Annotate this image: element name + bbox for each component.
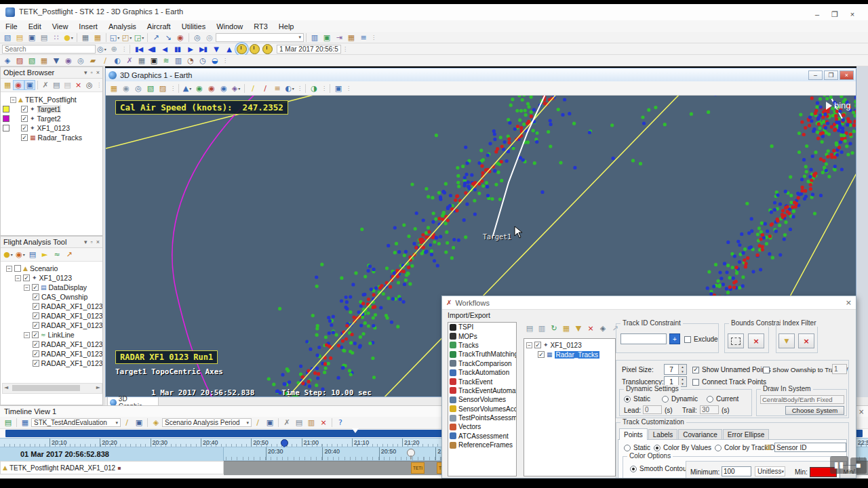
trail-input[interactable] (700, 405, 719, 414)
terrain-icon[interactable]: ▰ (87, 56, 99, 66)
overflow-icon[interactable]: ⋮ (346, 85, 351, 92)
find-object-icon[interactable]: ◎ (191, 33, 203, 43)
bounds-clear-button[interactable]: × (748, 333, 764, 348)
checkbox-checked[interactable]: ✓ (21, 134, 28, 141)
checkbox-checked[interactable]: ✓ (538, 351, 545, 358)
module-item-atcassessment[interactable]: ATCAssessment (448, 432, 516, 441)
fa-tree-item-linkline[interactable]: LinkLine (48, 331, 75, 339)
edit2-icon[interactable]: ∕ (252, 418, 264, 428)
globe-options-icon[interactable]: ◐▾ (283, 83, 296, 94)
menu-view[interactable]: View (47, 22, 74, 30)
module-item-mops[interactable]: MOPs (448, 331, 516, 340)
module-item-tspi[interactable]: TSPI (448, 323, 516, 331)
menu-analysis[interactable]: Analysis (103, 22, 142, 30)
checkbox-checked[interactable]: ✓ (32, 284, 39, 291)
module-item-sensorvolumesaccess[interactable]: SensorVolumesAccess (448, 405, 516, 413)
module-item-referenceframes[interactable]: ReferenceFrames (448, 441, 516, 449)
choose-system-button[interactable]: Choose System (785, 406, 844, 415)
delete-icon[interactable]: × (73, 80, 84, 90)
new-scenario-icon[interactable]: ▧ (1, 33, 14, 43)
tree-item-xf1_0123[interactable]: XF1_0123 (37, 124, 70, 132)
copy-item-icon[interactable]: ▥ (536, 323, 548, 333)
show-checkboxes-icon[interactable]: ▣ (24, 80, 35, 90)
data-element-icon[interactable]: ▥ (765, 443, 771, 451)
color-by-values-radio[interactable]: Color By Values (654, 444, 711, 451)
checkbox-checked[interactable]: ✓ (33, 322, 39, 329)
step-forward-icon[interactable]: ▶▮ (197, 44, 210, 54)
overflow-icon[interactable]: ⋮ (297, 85, 302, 92)
interval-icon[interactable]: ◈ (150, 418, 162, 428)
expand-icon[interactable]: − (24, 332, 30, 338)
pin-icon[interactable]: ▫ (91, 239, 93, 245)
properties-icon[interactable]: ▥ (309, 33, 321, 43)
help-icon[interactable]: ◒ (209, 56, 221, 66)
overflow-icon[interactable]: ⋮ (170, 85, 175, 92)
legend-icon[interactable]: ▦ (2, 80, 13, 90)
route-icon[interactable]: ≈ (51, 249, 63, 260)
fa-tree-item-cas_ownship[interactable]: CAS_Ownship (41, 293, 87, 301)
timeline-tool-icon[interactable]: ▦ (38, 56, 50, 66)
timeline-event-chip[interactable]: TETI (411, 462, 425, 474)
tab-labels[interactable]: Labels (648, 429, 677, 439)
time-tool-icon[interactable]: ●▾ (2, 249, 14, 260)
locate-icon[interactable]: ◎ (203, 33, 216, 43)
menu-edit[interactable]: Edit (23, 22, 47, 30)
menu-window[interactable]: Window (211, 22, 248, 30)
track-id-input[interactable] (620, 333, 667, 344)
home-view-icon[interactable]: ◉ (193, 83, 205, 94)
checkbox-checked[interactable]: ✓ (33, 312, 39, 319)
panel-close-icon[interactable]: × (96, 69, 100, 76)
add-track-id-button[interactable]: + (669, 333, 680, 344)
child-restore-button[interactable]: ❐ (824, 70, 838, 80)
fa-tree-item-radar_xf1_0123[interactable]: RADAR_XF1_0123 (41, 321, 102, 329)
cascade-window-icon[interactable]: ◲▾ (133, 33, 145, 43)
unlink-icon[interactable]: ↘ (162, 33, 174, 43)
color-wheel-icon[interactable]: ◉ (13, 80, 24, 90)
combo-combo1[interactable]: STK_TestAndEvaluation▾ (31, 418, 121, 427)
checkbox-checked[interactable]: ✓ (33, 350, 39, 357)
pencil-yellow-icon[interactable]: ∕ (247, 83, 259, 94)
fa-tree-item-radar_xf1_0123[interactable]: RADAR_XF1_0123 (41, 350, 102, 358)
toolbar-combobox[interactable]: ▾ (216, 33, 304, 42)
checkbox-checked[interactable]: ✓ (32, 331, 39, 338)
expand-icon[interactable]: − (24, 285, 30, 291)
module-item-trackevent[interactable]: TrackEvent (448, 377, 516, 386)
save-refresh-icon[interactable]: ▣ (133, 418, 145, 428)
timeline-close-icon[interactable]: × (859, 408, 864, 415)
module-item-trackcomparison[interactable]: TrackComparison (448, 359, 516, 368)
tab-points[interactable]: Points (619, 428, 648, 440)
globe-tool-icon[interactable]: ◐ (111, 56, 123, 66)
pencil-red-icon[interactable]: ∕ (259, 83, 271, 94)
faster-icon[interactable]: ▲ (222, 44, 235, 54)
clock-constraint-icon[interactable]: ◎ (75, 56, 87, 66)
maximize-button[interactable]: ❐ (827, 9, 843, 20)
console-icon[interactable]: ▣ (148, 56, 160, 66)
lead-input[interactable] (643, 405, 662, 414)
expand-icon[interactable]: − (10, 97, 16, 103)
video-pause-button[interactable]: ▮▮ (830, 456, 848, 474)
checkbox-checked[interactable]: ✓ (33, 360, 39, 367)
overflow-icon[interactable]: ⋮ (321, 85, 326, 92)
cut-icon[interactable]: ✗ (40, 80, 51, 90)
new-item-icon[interactable]: ▤ (524, 323, 536, 333)
tab-covariance[interactable]: Covariance (678, 429, 722, 439)
menu-help[interactable]: Help (273, 22, 300, 30)
paste-icon[interactable]: ▤ (62, 80, 73, 90)
index-filter-clear-button[interactable]: × (798, 333, 814, 348)
import-export-menu[interactable]: Import/Export (448, 311, 490, 319)
timeline-page-icon[interactable]: ▤ (2, 418, 14, 428)
current-radio[interactable]: Current (707, 395, 738, 403)
overflow-icon[interactable]: ⋮ (222, 58, 227, 64)
vector-geometry-icon[interactable]: ▧ (26, 56, 38, 66)
gauge-tool-icon[interactable]: ◉▾ (14, 249, 26, 260)
delete-icon[interactable]: × (585, 323, 597, 333)
reset-icon[interactable]: ▮◀ (132, 44, 145, 54)
save2-icon[interactable]: ▣ (264, 418, 276, 428)
find-icon[interactable]: ◎ (84, 80, 95, 90)
static-radio[interactable]: Static (624, 395, 650, 403)
fa-tree-item-datadisplay[interactable]: DataDisplay (49, 283, 87, 291)
overflow-icon[interactable]: ⋮ (342, 46, 347, 52)
tree-item-radar-tracks-selected[interactable]: Radar_Tracks (555, 351, 599, 359)
new-window-icon[interactable]: ◱▾ (108, 33, 121, 43)
pause-icon[interactable]: ▮▮ (171, 44, 184, 54)
